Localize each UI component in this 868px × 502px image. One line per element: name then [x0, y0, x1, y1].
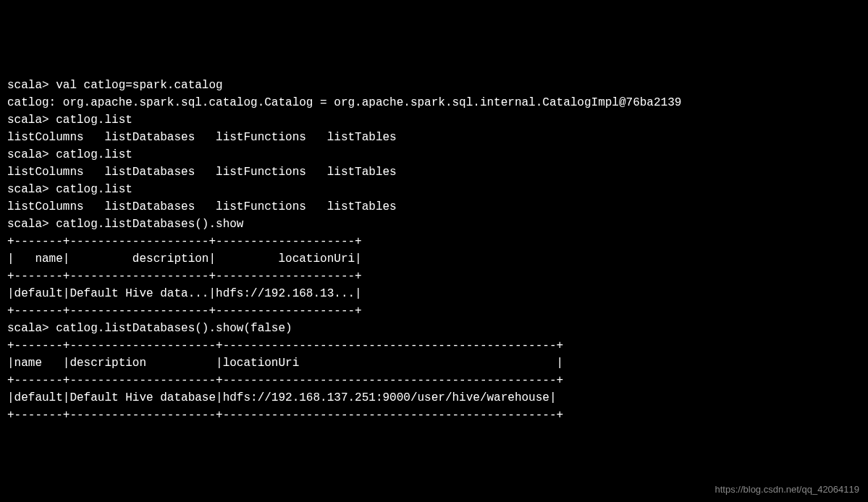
- terminal-line: scala> val catlog=spark.catalog: [7, 77, 861, 94]
- terminal-line: scala> catlog.list: [7, 111, 861, 129]
- terminal-line: listColumns listDatabases listFunctions …: [7, 129, 861, 146]
- terminal-line: | name| description| locationUri|: [7, 250, 861, 268]
- terminal-line: |name |description |locationUri |: [7, 354, 861, 372]
- terminal-line: +-------+---------------------+---------…: [7, 372, 861, 389]
- terminal-line: |default|Default Hive database|hdfs://19…: [7, 389, 861, 407]
- terminal-line: listColumns listDatabases listFunctions …: [7, 163, 861, 181]
- terminal-line: scala> catlog.list: [7, 181, 861, 198]
- watermark-text: https://blog.csdn.net/qq_42064119: [715, 482, 860, 497]
- terminal-output[interactable]: scala> val catlog=spark.catalogcatlog: o…: [7, 77, 861, 424]
- terminal-line: |default|Default Hive data...|hdfs://192…: [7, 285, 861, 302]
- terminal-line: +-------+--------------------+----------…: [7, 268, 861, 285]
- terminal-line: catlog: org.apache.spark.sql.catalog.Cat…: [7, 94, 861, 111]
- terminal-line: listColumns listDatabases listFunctions …: [7, 198, 861, 216]
- terminal-line: +-------+--------------------+----------…: [7, 302, 861, 320]
- terminal-line: scala> catlog.listDatabases().show: [7, 216, 861, 233]
- terminal-line: +-------+--------------------+----------…: [7, 233, 861, 250]
- terminal-line: +-------+---------------------+---------…: [7, 337, 861, 354]
- terminal-line: scala> catlog.listDatabases().show(false…: [7, 320, 861, 337]
- terminal-line: scala> catlog.list: [7, 146, 861, 163]
- terminal-line: +-------+---------------------+---------…: [7, 407, 861, 424]
